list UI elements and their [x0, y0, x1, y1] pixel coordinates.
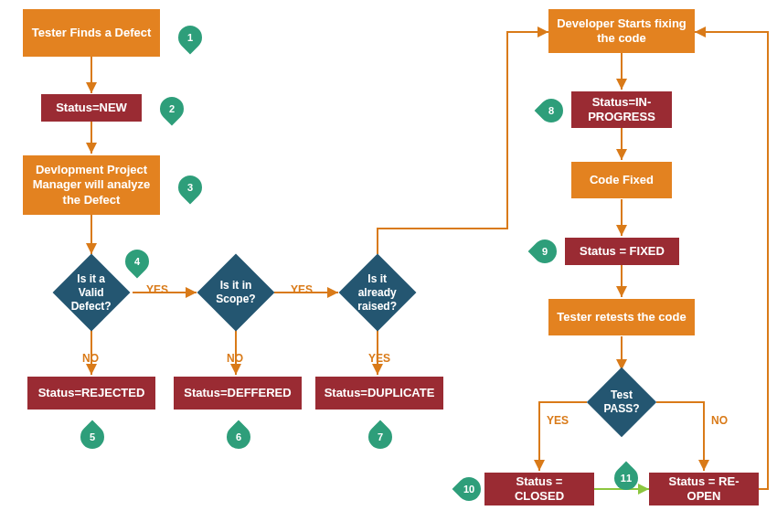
node-label: Devlopment Project Manager will analyze …	[28, 163, 154, 207]
badge-7: 7	[364, 420, 398, 454]
badge-4: 4	[121, 245, 154, 279]
badge-5: 5	[76, 420, 110, 454]
badge-9: 9	[528, 235, 562, 269]
decision-label: Is it a Valid Defect?	[69, 272, 113, 314]
node-label: Status=REJECTED	[38, 386, 145, 400]
node-label: Status=NEW	[56, 101, 127, 115]
node-tester-finds-defect: Tester Finds a Defect	[23, 9, 160, 57]
node-label: Status=DUPLICATE	[325, 386, 435, 400]
decision-already-raised: Is it already raised?	[339, 254, 417, 332]
edge-label-yes: YES	[291, 283, 313, 296]
node-code-fixed: Code Fixed	[571, 162, 672, 198]
node-status-inprogress: Status=IN-PROGRESS	[571, 91, 672, 128]
badge-8: 8	[535, 94, 569, 128]
node-label: Status = RE-OPEN	[655, 474, 753, 505]
node-label: Status=IN-PROGRESS	[577, 95, 666, 125]
edge-label-yes: YES	[368, 352, 390, 365]
node-label: Developer Starts fixing the code	[554, 16, 689, 47]
decision-label: Test PASS?	[602, 388, 641, 416]
node-status-reopen: Status = RE-OPEN	[649, 473, 759, 505]
node-pm-analyze: Devlopment Project Manager will analyze …	[23, 155, 160, 215]
edge-label-yes: YES	[547, 414, 569, 427]
node-tester-retests: Tester retests the code	[548, 299, 695, 335]
node-status-fixed: Status = FIXED	[565, 238, 679, 265]
node-label: Status = FIXED	[580, 244, 665, 259]
badge-2: 2	[155, 92, 189, 126]
decision-in-scope: Is it in Scope?	[197, 254, 275, 332]
decision-valid-defect: Is it a Valid Defect?	[53, 254, 131, 332]
node-label: Status=DEFFERED	[184, 386, 291, 400]
badge-10: 10	[452, 473, 486, 506]
node-label: Tester Finds a Defect	[32, 26, 152, 40]
decision-test-pass: Test PASS?	[587, 367, 656, 437]
badge-1: 1	[174, 21, 208, 55]
node-label: Status = CLOSED	[490, 474, 589, 505]
node-status-closed: Status = CLOSED	[484, 473, 594, 505]
node-label: Tester retests the code	[557, 310, 686, 325]
badge-11: 11	[610, 462, 644, 495]
node-status-duplicate: Status=DUPLICATE	[315, 377, 443, 410]
edge-label-no: NO	[711, 414, 728, 427]
node-status-deferred: Status=DEFFERED	[174, 377, 302, 410]
node-status-rejected: Status=REJECTED	[27, 377, 155, 410]
edge-label-yes: YES	[146, 283, 168, 296]
node-status-new: Status=NEW	[41, 94, 142, 122]
decision-label: Is it already raised?	[356, 272, 399, 314]
badge-3: 3	[174, 171, 208, 205]
badge-6: 6	[222, 420, 256, 454]
node-developer-fix: Developer Starts fixing the code	[548, 9, 695, 53]
decision-label: Is it in Scope?	[214, 279, 258, 306]
edge-label-no: NO	[227, 352, 243, 365]
edge-label-no: NO	[82, 352, 99, 365]
node-label: Code Fixed	[590, 173, 654, 187]
